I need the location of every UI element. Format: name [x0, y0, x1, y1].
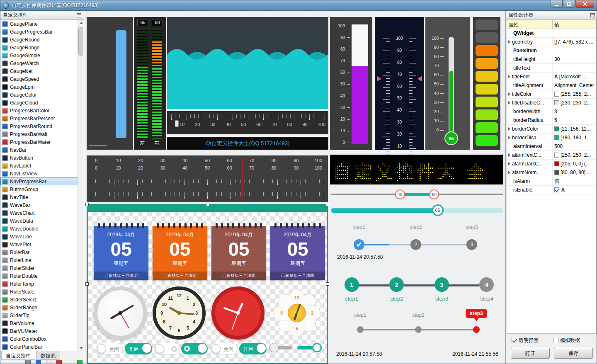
- dock-widget-icon[interactable]: [67, 360, 72, 364]
- widget-list-item[interactable]: GaugeProgressBar: [0, 28, 78, 36]
- property-name-cell[interactable]: borderColor: [507, 125, 553, 133]
- clock-widget[interactable]: [94, 286, 147, 340]
- widget-list-item[interactable]: NavLabel: [0, 162, 78, 170]
- property-name-cell[interactable]: titleText: [507, 64, 553, 72]
- progress-slider-widget[interactable]: 65: [331, 204, 503, 217]
- property-value-cell[interactable]: 假: [553, 177, 596, 185]
- step-dot[interactable]: [415, 326, 422, 333]
- toolbox-tab[interactable]: 自定义控件: [1, 351, 35, 360]
- resize-handle[interactable]: [326, 282, 329, 286]
- property-row[interactable]: titleText: [507, 64, 596, 73]
- widget-list-item[interactable]: GaugeRange: [0, 44, 78, 51]
- slider-handle[interactable]: 65: [432, 204, 444, 216]
- open-button[interactable]: 打开: [511, 348, 550, 359]
- widget-list-item[interactable]: GaugeNet: [0, 67, 78, 75]
- step-dot[interactable]: [357, 326, 364, 333]
- scroll-up-button[interactable]: [78, 20, 84, 26]
- toggle-switch-on[interactable]: 开启: [239, 343, 267, 354]
- resize-handle[interactable]: [326, 203, 329, 206]
- widget-list-item[interactable]: RulerScale: [0, 288, 78, 296]
- widget-list-item[interactable]: RulerSlider: [0, 264, 78, 272]
- property-name-cell[interactable]: PanelItem: [507, 46, 596, 55]
- thermometer-widget[interactable]: 1009080706050403020100 65: [425, 17, 470, 150]
- widget-list-item[interactable]: NavListView: [0, 170, 78, 177]
- widget-list-item[interactable]: ProgressBarRound: [0, 122, 78, 130]
- step-circle[interactable]: 1: [345, 277, 359, 292]
- step-circle[interactable]: 4: [479, 277, 494, 292]
- toggle-switch-off[interactable]: [154, 343, 180, 354]
- double-ruler-widget[interactable]: 0102030405060708090100 01020304050607080…: [87, 155, 328, 202]
- expand-arrow-icon[interactable]: [508, 101, 510, 104]
- purple-progress-widget[interactable]: 1009080706050403020100: [330, 17, 372, 150]
- property-name-cell[interactable]: titleHeight: [507, 55, 553, 63]
- widget-list-item[interactable]: ButtonGroup: [0, 185, 78, 193]
- widget-list-item[interactable]: SliderTip: [0, 311, 78, 319]
- range-high-handle[interactable]: 60: [429, 189, 439, 199]
- toggle-switch-on[interactable]: 开启: [125, 343, 152, 354]
- widget-list-item[interactable]: SliderSelect: [0, 296, 78, 303]
- calendar-widget[interactable]: 2019年 04月 05 星期五 己亥猪年三月清明: [153, 226, 207, 280]
- widget-list-item[interactable]: ProgressBarColor: [0, 107, 78, 114]
- property-name-cell[interactable]: titleFont: [507, 73, 553, 81]
- float-panel-icon[interactable]: [590, 13, 595, 17]
- step-progress-widget[interactable]: 1 step1 2 step2 3 step3 4 step4: [339, 275, 499, 306]
- range-slider-widget[interactable]: 40 60: [331, 188, 503, 201]
- step-unit[interactable]: 4 step4: [474, 275, 499, 306]
- widget-list-item[interactable]: WaveBar: [0, 201, 78, 209]
- property-value-cell[interactable]: 500: [553, 142, 596, 150]
- property-row[interactable]: isAlarm 假: [507, 177, 596, 186]
- property-name-cell[interactable]: titleAlignment: [507, 81, 553, 90]
- property-row[interactable]: alarmInterval 500: [507, 142, 596, 151]
- knob-slider-off[interactable]: [269, 346, 292, 349]
- slider-handle[interactable]: [175, 120, 179, 127]
- clock-widget[interactable]: [211, 286, 265, 340]
- property-value-cell[interactable]: 3: [553, 107, 596, 116]
- wave-widget[interactable]: [167, 17, 328, 109]
- widget-list-item[interactable]: RulerTemp: [0, 280, 78, 288]
- toggle-switch-on[interactable]: [181, 343, 208, 354]
- checkbox-icon[interactable]: [554, 187, 559, 192]
- expand-arrow-icon[interactable]: [508, 136, 510, 139]
- property-value-cell[interactable]: 5: [553, 116, 596, 124]
- expand-arrow-icon[interactable]: [508, 75, 510, 78]
- widget-list-item[interactable]: WaveData: [0, 217, 78, 225]
- resize-handle[interactable]: [85, 282, 89, 286]
- property-value-cell[interactable]: [553, 64, 596, 72]
- step-circle-done[interactable]: [354, 239, 364, 250]
- step-unit[interactable]: 2 step2: [384, 275, 409, 306]
- property-value-cell[interactable]: [180, 180, 1...: [553, 133, 596, 142]
- checkbox-icon[interactable]: [553, 338, 558, 343]
- expand-arrow-icon[interactable]: [508, 40, 510, 44]
- property-row[interactable]: titleDisableC... [230, 230, 2...: [507, 99, 596, 107]
- widget-list-item[interactable]: GaugeWatch: [0, 59, 78, 67]
- widget-list-item[interactable]: ProgressBarWater: [0, 138, 78, 146]
- step-unit[interactable]: 3 step3: [429, 275, 454, 306]
- property-name-cell[interactable]: geometry: [507, 38, 553, 46]
- calendar-widget[interactable]: 2019年 04月 05 星期五 己亥猪年三月清明: [270, 226, 325, 280]
- property-row[interactable]: alarmNorm... [80, 80, 80] ...: [507, 168, 596, 177]
- step-circle[interactable]: 2: [389, 277, 404, 292]
- property-name-cell[interactable]: alarmDarkC...: [507, 160, 553, 168]
- minimize-button[interactable]: [551, 0, 563, 8]
- property-value-cell[interactable]: [21, 156, 11...: [553, 125, 596, 133]
- property-row[interactable]: borderWidth 3: [507, 107, 596, 116]
- property-value-cell[interactable]: A [Microsoft ...: [553, 73, 596, 81]
- property-name-cell[interactable]: alarmNorm...: [507, 168, 553, 177]
- property-name-cell[interactable]: QWidget: [507, 29, 596, 37]
- widget-list-item[interactable]: WavePlot: [0, 240, 78, 248]
- widget-list-item[interactable]: NavProgressBar: [0, 177, 78, 185]
- property-value-cell[interactable]: [205, 0, 0] (...: [553, 160, 596, 168]
- float-panel-icon[interactable]: [77, 13, 81, 17]
- widget-list-item[interactable]: ColorComboBox: [0, 335, 78, 343]
- widget-list-item[interactable]: GaugeLpm: [0, 83, 78, 91]
- resize-handle[interactable]: [206, 203, 209, 206]
- property-name-cell[interactable]: alarmTextC...: [507, 151, 553, 159]
- step-circle[interactable]: 3: [434, 277, 449, 292]
- checkbox-icon[interactable]: [512, 338, 517, 343]
- widget-list-item[interactable]: ProgressBarWait: [0, 130, 78, 138]
- simulate-data-checkbox[interactable]: 模拟数据: [553, 337, 580, 344]
- clock-widget[interactable]: 121234567891011: [153, 286, 206, 340]
- toggle-switch-off[interactable]: 关闭: [210, 343, 238, 354]
- flower-clock-widget[interactable]: 12369: [270, 286, 323, 340]
- property-name-cell[interactable]: borderRadius: [507, 116, 553, 124]
